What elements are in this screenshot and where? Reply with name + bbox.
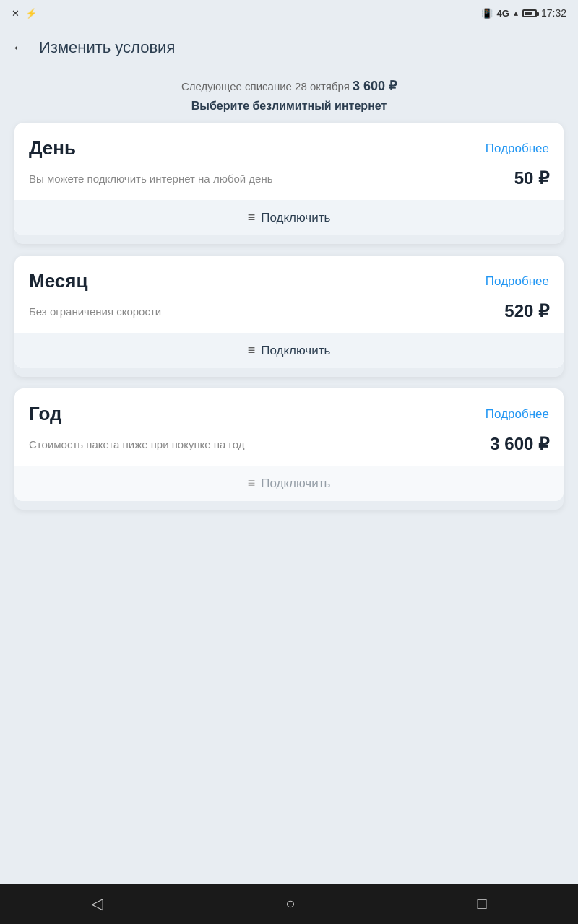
- plan-card-day-bottom: Вы можете подключить интернет на любой д…: [29, 168, 549, 188]
- next-charge-info: Следующее списание 28 октября 3 600 ₽: [14, 78, 564, 94]
- nav-back-button[interactable]: ◁: [69, 887, 125, 920]
- plan-card-year-body: Год Подробнее Стоимость пакета ниже при …: [14, 388, 564, 466]
- battery-fill: [525, 12, 532, 15]
- plan-card-day-top: День Подробнее: [29, 137, 549, 160]
- plan-year-name: Год: [29, 403, 62, 425]
- plan-day-connect-button[interactable]: ≡ Подключить: [14, 200, 564, 235]
- plan-card-month-top: Месяц Подробнее: [29, 270, 549, 292]
- connect-day-label: Подключить: [261, 211, 330, 225]
- nav-recent-button[interactable]: □: [456, 887, 509, 920]
- plan-card-day-inner: День Подробнее Вы можете подключить инте…: [14, 123, 564, 235]
- plan-card-month-body: Месяц Подробнее Без ограничения скорости…: [14, 256, 564, 333]
- page-title: Изменить условия: [39, 38, 175, 57]
- connect-year-icon: ≡: [248, 476, 256, 491]
- top-bar: ← Изменить условия: [0, 26, 578, 69]
- next-charge-label: Следующее списание 28 октября: [181, 80, 350, 92]
- status-time: 17:32: [541, 7, 566, 19]
- battery-icon: [522, 9, 537, 17]
- section-title: Выберите безлимитный интернет: [14, 100, 564, 113]
- plan-card-year-bottom: Стоимость пакета ниже при покупке на год…: [29, 434, 549, 454]
- plan-month-price: 520 ₽: [504, 301, 549, 321]
- status-bar-left: ✕ ⚡: [12, 8, 37, 19]
- vibrate-icon: 📳: [481, 8, 493, 19]
- connect-month-icon: ≡: [248, 343, 256, 358]
- status-bar: ✕ ⚡ 📳 4G ▴ 17:32: [0, 0, 578, 26]
- wifi-icon: ▴: [514, 8, 518, 18]
- status-bar-right: 📳 4G ▴ 17:32: [481, 7, 566, 19]
- plan-month-description: Без ограничения скорости: [29, 305, 504, 318]
- plan-card-year-top: Год Подробнее: [29, 403, 549, 425]
- plan-day-name: День: [29, 137, 76, 160]
- nav-bar: ◁ ○ □: [0, 884, 578, 924]
- antenna-icon: ✕: [12, 8, 20, 19]
- plan-day-price: 50 ₽: [514, 168, 549, 188]
- back-button[interactable]: ←: [12, 38, 27, 57]
- nav-home-button[interactable]: ○: [264, 887, 316, 920]
- next-charge-amount: 3 600 ₽: [353, 79, 397, 93]
- plan-card-month: Месяц Подробнее Без ограничения скорости…: [14, 256, 564, 377]
- connect-year-label: Подключить: [261, 476, 330, 491]
- plan-card-year: Год Подробнее Стоимость пакета ниже при …: [14, 388, 564, 510]
- plan-day-description: Вы можете подключить интернет на любой д…: [29, 173, 514, 185]
- plan-card-day-body: День Подробнее Вы можете подключить инте…: [14, 123, 564, 200]
- plan-card-year-inner: Год Подробнее Стоимость пакета ниже при …: [14, 388, 564, 501]
- plan-year-description: Стоимость пакета ниже при покупке на год: [29, 438, 490, 450]
- main-content: Следующее списание 28 октября 3 600 ₽ Вы…: [0, 69, 578, 530]
- plan-card-month-bottom: Без ограничения скорости 520 ₽: [29, 301, 549, 321]
- plan-card-day: День Подробнее Вы можете подключить инте…: [14, 123, 564, 244]
- usb-icon: ⚡: [25, 8, 37, 19]
- plan-year-details-link[interactable]: Подробнее: [486, 407, 549, 422]
- plan-year-price: 3 600 ₽: [490, 434, 549, 454]
- connect-month-label: Подключить: [261, 344, 330, 358]
- plan-month-details-link[interactable]: Подробнее: [486, 274, 549, 289]
- plan-year-connect-button[interactable]: ≡ Подключить: [14, 466, 564, 501]
- plan-month-name: Месяц: [29, 270, 87, 292]
- connect-day-icon: ≡: [248, 210, 256, 225]
- plan-month-connect-button[interactable]: ≡ Подключить: [14, 333, 564, 368]
- signal-text: 4G: [497, 8, 509, 19]
- plan-day-details-link[interactable]: Подробнее: [486, 141, 549, 156]
- plan-card-month-inner: Месяц Подробнее Без ограничения скорости…: [14, 256, 564, 368]
